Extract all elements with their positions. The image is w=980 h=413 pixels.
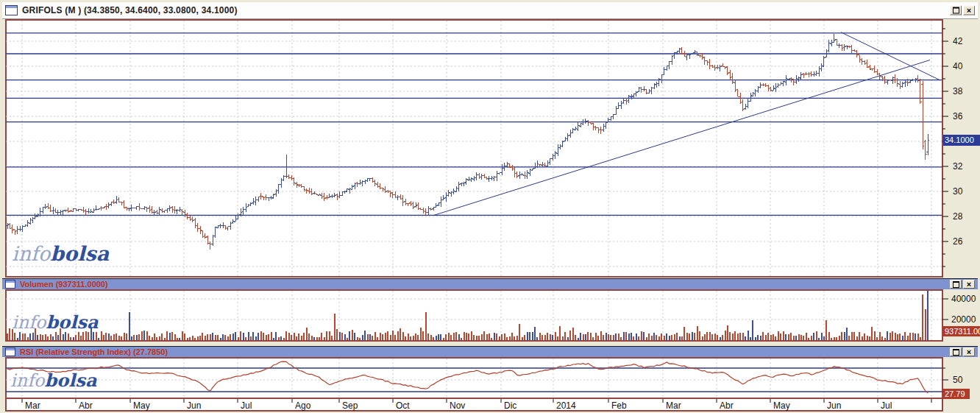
window-menu-icon[interactable] (5, 280, 15, 289)
restore-icon (953, 7, 959, 14)
restore-icon (953, 349, 959, 356)
month-label: Jul (241, 400, 252, 411)
price-axis-label: 26 (953, 236, 963, 247)
window-menu-icon[interactable] (5, 347, 15, 356)
last-rsi-badge: 27.79 (943, 389, 970, 399)
month-label: Dic (504, 400, 516, 411)
close-button[interactable]: × (963, 280, 975, 289)
restore-button[interactable] (950, 347, 962, 356)
month-label: Abr (720, 400, 734, 411)
restore-button[interactable] (950, 280, 962, 289)
close-icon: × (967, 349, 971, 356)
volume-panel-title: Volumen (937311.0000) (20, 280, 108, 289)
volume-panel-titlebar[interactable]: Volumen (937311.0000) × (2, 278, 978, 289)
month-label: Nov (450, 400, 465, 411)
price-axis-label: 32 (953, 161, 963, 172)
price-axis-label: 42 (953, 36, 963, 46)
month-label: Abr (79, 400, 93, 411)
month-label: Mar (25, 400, 40, 411)
month-label: Feb (611, 400, 627, 411)
price-axis-label: 30 (953, 186, 963, 197)
window-menu-icon[interactable] (5, 5, 18, 15)
last-volume-badge: 937311.00 (943, 326, 980, 336)
month-label: Jul (881, 400, 892, 411)
price-axis-label: 36 (953, 111, 963, 121)
restore-icon (953, 281, 959, 288)
month-label: May (133, 400, 150, 411)
month-label: Sep (342, 400, 358, 411)
close-button[interactable]: × (963, 6, 975, 15)
month-label: Jun (827, 400, 841, 411)
price-axis-label: 40 (953, 61, 963, 71)
month-label: Mar (666, 400, 681, 411)
price-axis-label: 28 (953, 211, 963, 222)
last-price-badge: 34.1000 (943, 135, 980, 146)
close-icon: × (967, 7, 971, 14)
rsi-panel-title: RSI (Relative Strength Index) (27.7850) (20, 347, 168, 356)
price-panel-titlebar[interactable]: GRIFOLS (M ) (34.3850, 34.6400, 33.0800,… (2, 2, 978, 19)
price-axis-label: 38 (953, 86, 963, 96)
price-panel-title: GRIFOLS (M ) (34.3850, 34.6400, 33.0800,… (22, 5, 238, 15)
month-label: Jun (187, 400, 201, 411)
month-label: May (773, 400, 790, 411)
close-icon: × (967, 281, 971, 288)
volume-axis-label: 40000 (951, 294, 976, 304)
close-button[interactable]: × (963, 347, 975, 356)
volume-axis-label: 20000 (951, 314, 976, 325)
chart-window: 262830323436384042200004000050MarAbrMayJ… (0, 0, 980, 413)
month-label: Ago (295, 400, 311, 411)
month-label: Oct (396, 400, 410, 411)
rsi-axis-label: 50 (953, 375, 963, 385)
month-label: 2014 (556, 400, 576, 411)
restore-button[interactable] (950, 6, 962, 15)
rsi-panel-titlebar[interactable]: RSI (Relative Strength Index) (27.7850) … (2, 346, 978, 357)
